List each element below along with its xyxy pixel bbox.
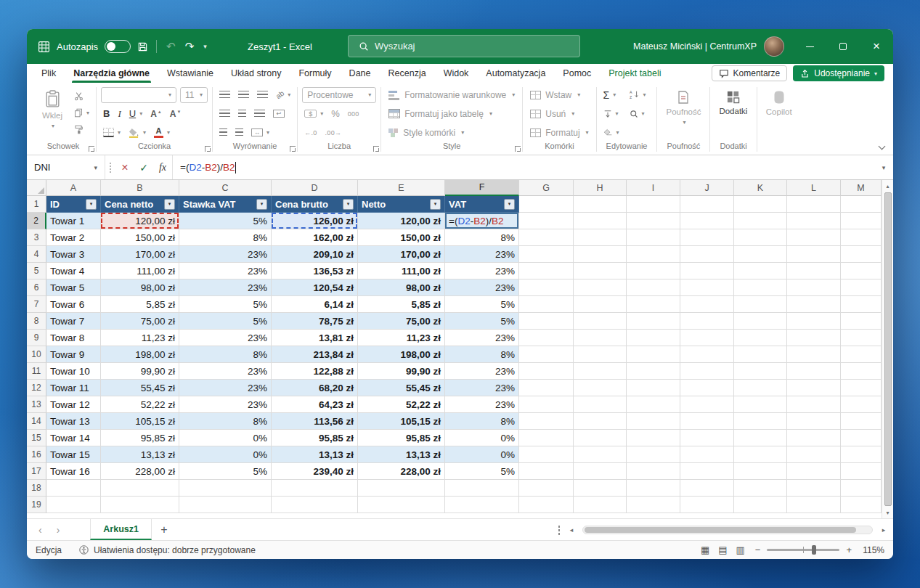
filter-button-B[interactable]: ▾: [164, 199, 175, 210]
scroll-down-icon[interactable]: ▾: [882, 507, 893, 518]
autosum-button[interactable]: Σ▾: [601, 88, 619, 102]
cell-A9[interactable]: Towar 8: [46, 330, 101, 346]
cell-I1[interactable]: [627, 196, 680, 213]
cell-J15[interactable]: [680, 430, 734, 446]
cell-G5[interactable]: [519, 263, 574, 279]
cell-J1[interactable]: [680, 196, 734, 213]
cell-C2[interactable]: 5%: [179, 213, 272, 229]
cell-H3[interactable]: [574, 229, 627, 246]
tab-recenzja[interactable]: Recenzja: [380, 64, 435, 83]
autosave-toggle[interactable]: [105, 40, 131, 53]
number-dialog-launcher[interactable]: [373, 146, 379, 152]
cell-B7[interactable]: 5,85 zł: [101, 296, 179, 313]
vertical-scrollbar[interactable]: ▴ ▾: [882, 180, 893, 518]
cell-L15[interactable]: [787, 430, 841, 446]
column-header-H[interactable]: H: [574, 180, 627, 196]
cell-A6[interactable]: Towar 5: [46, 279, 101, 296]
copy-button[interactable]: ▾: [72, 105, 91, 120]
tab-pomoc[interactable]: Pomoc: [554, 64, 600, 83]
cell-C18[interactable]: [179, 480, 272, 497]
cell-H10[interactable]: [574, 346, 627, 363]
find-select-button[interactable]: ▾: [627, 107, 647, 121]
cell-J5[interactable]: [680, 263, 734, 279]
addins-button[interactable]: Dodatki: [715, 86, 752, 116]
zoom-in-icon[interactable]: +: [846, 544, 852, 555]
cell-M10[interactable]: [841, 346, 882, 363]
cell-F9[interactable]: 23%: [445, 330, 519, 346]
cell-E10[interactable]: 198,00 zł: [358, 346, 445, 363]
row-header-5[interactable]: 5: [27, 263, 46, 279]
cell-B9[interactable]: 11,23 zł: [101, 330, 179, 346]
cell-A16[interactable]: Towar 15: [46, 446, 101, 463]
row-header-8[interactable]: 8: [27, 313, 46, 330]
cell-F12[interactable]: 23%: [445, 380, 519, 396]
comments-button[interactable]: Komentarze: [712, 65, 788, 81]
cell-L7[interactable]: [787, 296, 841, 313]
cell-G2[interactable]: [519, 213, 574, 229]
cell-E9[interactable]: 11,23 zł: [358, 330, 445, 346]
cell-G13[interactable]: [519, 396, 574, 413]
select-all-corner[interactable]: [27, 180, 46, 196]
sheet-options-icon[interactable]: [558, 525, 561, 535]
cell-F18[interactable]: [445, 480, 519, 497]
cell-C14[interactable]: 8%: [179, 413, 272, 430]
cell-D1[interactable]: Cena brutto▾: [272, 196, 358, 213]
cell-K11[interactable]: [734, 363, 787, 380]
cell-G11[interactable]: [519, 363, 574, 380]
horizontal-scrollbar[interactable]: [582, 526, 873, 534]
cell-A3[interactable]: Towar 2: [46, 229, 101, 246]
cell-D8[interactable]: 78,75 zł: [272, 313, 358, 330]
cell-K5[interactable]: [734, 263, 787, 279]
font-color-button[interactable]: A▾: [152, 126, 172, 140]
font-name-select[interactable]: ▾: [101, 87, 176, 103]
cell-M13[interactable]: [841, 396, 882, 413]
cell-I18[interactable]: [627, 480, 680, 497]
number-format-select[interactable]: Procentowe▾: [302, 87, 376, 103]
cell-F11[interactable]: 23%: [445, 363, 519, 380]
row-header-16[interactable]: 16: [27, 446, 46, 463]
cell-D4[interactable]: 209,10 zł: [272, 246, 358, 263]
cell-E15[interactable]: 95,85 zł: [358, 430, 445, 446]
column-header-C[interactable]: C: [179, 180, 272, 196]
alignment-dialog-launcher[interactable]: [290, 146, 296, 152]
cell-D15[interactable]: 95,85 zł: [272, 430, 358, 446]
cell-A14[interactable]: Towar 13: [46, 413, 101, 430]
cell-M6[interactable]: [841, 279, 882, 296]
font-dialog-launcher[interactable]: [205, 146, 211, 152]
cell-H6[interactable]: [574, 279, 627, 296]
cell-G12[interactable]: [519, 380, 574, 396]
cell-A11[interactable]: Towar 10: [46, 363, 101, 380]
align-bottom-button[interactable]: [255, 88, 270, 102]
cell-D11[interactable]: 122,88 zł: [272, 363, 358, 380]
align-right-button[interactable]: [252, 107, 267, 121]
zoom-level[interactable]: 115%: [858, 545, 884, 555]
cell-H18[interactable]: [574, 480, 627, 497]
cell-K1[interactable]: [734, 196, 787, 213]
cell-E2[interactable]: 120,00 zł: [358, 213, 445, 229]
cell-F3[interactable]: 8%: [445, 229, 519, 246]
cell-G9[interactable]: [519, 330, 574, 346]
filter-button-C[interactable]: ▾: [256, 199, 267, 210]
tab-układ-strony[interactable]: Układ strony: [222, 64, 290, 83]
cell-D12[interactable]: 68,20 zł: [272, 380, 358, 396]
cell-C4[interactable]: 23%: [179, 246, 272, 263]
cell-M5[interactable]: [841, 263, 882, 279]
cell-A17[interactable]: Towar 16: [46, 463, 101, 480]
cell-I17[interactable]: [627, 463, 680, 480]
cell-F17[interactable]: 5%: [445, 463, 519, 480]
redo-button[interactable]: ↷: [184, 40, 196, 53]
page-layout-view-icon[interactable]: ▤: [718, 544, 727, 555]
cell-D10[interactable]: 213,84 zł: [272, 346, 358, 363]
cell-D7[interactable]: 6,14 zł: [272, 296, 358, 313]
cell-A10[interactable]: Towar 9: [46, 346, 101, 363]
cell-K10[interactable]: [734, 346, 787, 363]
column-header-M[interactable]: M: [841, 180, 882, 196]
name-box-dropdown-icon[interactable]: ▾: [94, 164, 97, 171]
cell-E17[interactable]: 228,00 zł: [358, 463, 445, 480]
cell-A5[interactable]: Towar 4: [46, 263, 101, 279]
cell-L9[interactable]: [787, 330, 841, 346]
clear-button[interactable]: ▾: [601, 126, 622, 140]
cell-L17[interactable]: [787, 463, 841, 480]
tab-widok[interactable]: Widok: [435, 64, 478, 83]
row-header-1[interactable]: 1: [27, 196, 46, 213]
